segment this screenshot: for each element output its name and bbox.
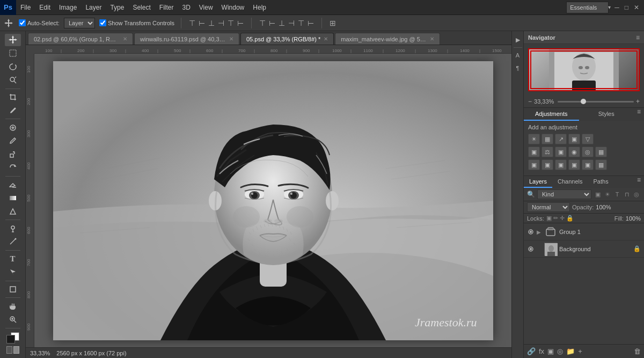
bw-adj-btn[interactable]: ▣ [555,147,567,157]
menu-filter[interactable]: Filter [155,0,178,14]
new-group-btn[interactable]: 📁 [566,347,575,355]
filter-shape-icon[interactable]: ⊓ [623,190,631,199]
align-bottom-icon[interactable]: ⊥ [207,18,216,28]
move-tool[interactable] [5,34,21,46]
menu-type[interactable]: Type [106,0,128,14]
invert-adj-btn[interactable]: ▣ [528,159,540,170]
tab-4-close[interactable]: ✕ [430,36,434,42]
dist-left-icon[interactable]: ⊣ [287,18,296,28]
art-history-btn[interactable]: A [513,49,523,61]
lock-all-icon[interactable]: 🔒 [566,215,574,222]
filter-adjustment-icon[interactable]: ☀ [603,190,612,199]
quick-mask-btn[interactable] [13,346,19,354]
menu-layer[interactable]: Layer [81,0,106,14]
layer-visibility-group1[interactable] [527,228,535,236]
lock-position-icon[interactable]: ✛ [560,215,565,222]
zoom-in-btn[interactable]: + [636,98,640,105]
tab-2-close[interactable]: ✕ [229,36,233,42]
type-tool[interactable]: T [5,253,21,265]
clone-stamp-tool[interactable] [5,148,21,160]
link-layers-btn[interactable]: 🔗 [527,347,536,355]
layer-expand-group1[interactable]: ▶ [537,229,542,235]
adjustments-menu[interactable]: ≡ [634,108,644,121]
layer-item-background[interactable]: Background 🔒 [524,240,644,258]
adjustments-tab[interactable]: Adjustments [524,108,579,121]
lock-image-icon[interactable]: ✏ [553,215,558,222]
navigator-menu-icon[interactable]: ≡ [636,34,640,41]
navigator-thumbnail[interactable] [528,48,640,91]
auto-select-option[interactable]: Auto-Select: [19,19,60,26]
layer-item-group1[interactable]: ▶ Group 1 [524,223,644,240]
gradmap-adj-btn[interactable]: ▣ [568,159,580,170]
channels-tab[interactable]: Channels [552,176,588,188]
filter-pixel-icon[interactable]: ▣ [594,190,602,199]
dodge-tool[interactable] [5,222,21,235]
maximize-button[interactable]: □ [623,4,630,11]
show-transform-option[interactable]: Show Transform Controls [99,19,174,26]
pen-tool[interactable] [5,236,21,248]
posterize-adj-btn[interactable]: ▣ [541,159,553,170]
colorbal-adj-btn[interactable]: ⚖ [541,147,553,157]
blend-mode-select[interactable]: Normal [527,202,570,212]
filter-kind-select[interactable]: Kind [537,189,591,199]
layer-style-btn[interactable]: fx [539,347,544,355]
align-left-icon[interactable]: ⊣ [217,18,225,28]
filter-smart-icon[interactable]: ◎ [632,190,641,199]
marquee-tool[interactable] [5,47,21,60]
workspace-select[interactable]: Essentials [566,2,609,13]
auto-align-icon[interactable]: ⊞ [328,18,337,28]
paths-tab[interactable]: Paths [588,176,614,188]
zoom-out-btn[interactable]: − [528,98,532,105]
close-button[interactable]: ✕ [632,4,641,11]
layers-tab[interactable]: Layers [524,176,552,188]
history-brush-tool[interactable] [5,162,21,174]
selectcolor-adj-btn[interactable]: ▣ [582,159,594,170]
dist-vcenter-icon[interactable]: ⊢ [268,18,276,28]
lasso-tool[interactable] [5,61,21,73]
filter-type-icon[interactable]: T [613,190,621,199]
brightness-adj-btn[interactable]: ☀ [528,134,540,144]
menu-view[interactable]: View [195,0,217,14]
hand-tool[interactable] [5,300,21,312]
tab-2[interactable]: winwalls.ru-63119.psd @ 40,3% (Group 1..… [134,33,239,45]
menu-window[interactable]: Window [217,0,249,14]
workspace-switcher[interactable]: Essentials [566,2,613,13]
paragraph-btn[interactable]: ¶ [513,62,523,74]
auto-select-dropdown[interactable]: Layer [64,18,95,28]
layer-visibility-background[interactable] [527,245,535,253]
shape-tool[interactable] [5,283,21,295]
menu-edit[interactable]: Edit [35,0,55,14]
gradient-tool[interactable] [5,192,21,204]
vibrance-adj-btn[interactable]: ▽ [582,134,594,144]
tab-3-close[interactable]: ✕ [324,36,328,42]
screen-mode-btn[interactable] [6,346,12,354]
layers-menu-icon[interactable]: ≡ [634,176,644,188]
zoom-tool[interactable] [5,313,21,326]
dist-top-icon[interactable]: ⊤ [258,18,267,28]
dist-hcenter-icon[interactable]: ⊤ [297,18,305,28]
threshold-adj-btn[interactable]: ▣ [555,159,567,170]
dist-bottom-icon[interactable]: ⊥ [277,18,286,28]
styles-tab[interactable]: Styles [579,108,634,121]
exposure-adj-btn[interactable]: ▣ [568,134,580,144]
quick-select-tool[interactable] [5,74,21,86]
lock-transparent-icon[interactable]: ▣ [546,215,552,222]
photo-adj-btn[interactable]: ◉ [568,147,580,157]
align-top-icon[interactable]: ⊤ [188,18,196,28]
color-picker[interactable] [5,331,20,344]
menu-image[interactable]: Image [55,0,81,14]
align-right-icon[interactable]: ⊢ [236,18,245,28]
nav-zoom-slider[interactable] [558,101,634,103]
add-mask-btn[interactable]: ▣ [547,347,554,355]
eyedropper-tool[interactable] [5,104,21,116]
grid-adj-btn[interactable]: ▦ [595,159,607,170]
show-transform-checkbox[interactable] [99,19,106,26]
dist-right-icon[interactable]: ⊢ [306,18,315,28]
tab-4[interactable]: maxim_matveev-wide.jpg @ 50% (RGB/8... ✕ [335,33,440,45]
levels-adj-btn[interactable]: ▦ [541,134,553,144]
delete-layer-btn[interactable]: 🗑 [634,347,641,355]
tab-1-close[interactable]: ✕ [123,36,127,42]
canvas-container[interactable]: Jramestok.ru [34,54,511,347]
align-hcenter-icon[interactable]: ⊤ [226,18,235,28]
menu-help[interactable]: Help [248,0,270,14]
